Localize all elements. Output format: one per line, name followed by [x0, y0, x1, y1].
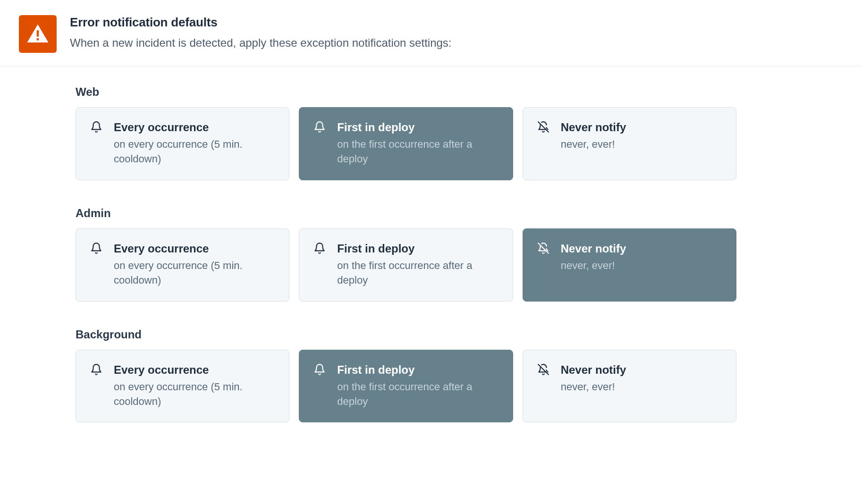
page-root: Error notification defaults When a new i…	[0, 0, 862, 504]
group-label-background: Background	[76, 328, 736, 341]
option-first[interactable]: First in deployon the first occurrence a…	[299, 350, 513, 423]
bell-icon	[313, 241, 327, 254]
option-title: Every occurrence	[114, 120, 276, 134]
option-subtitle: on every occurrence (5 min. cooldown)	[114, 380, 276, 409]
bell-off-icon	[536, 362, 550, 376]
option-subtitle: on every occurrence (5 min. cooldown)	[114, 137, 276, 167]
option-title: Never notify	[561, 241, 626, 256]
group-label-web: Web	[76, 85, 736, 99]
notification-group-admin: AdminEvery occurrenceon every occurrence…	[76, 207, 736, 302]
bell-icon	[313, 362, 327, 376]
settings-content: WebEvery occurrenceon every occurrence (…	[0, 67, 736, 422]
option-row: Every occurrenceon every occurrence (5 m…	[76, 350, 736, 423]
option-first[interactable]: First in deployon the first occurrence a…	[299, 107, 513, 180]
alert-triangle-badge	[19, 15, 57, 53]
option-text: First in deployon the first occurrence a…	[337, 241, 499, 288]
bell-off-icon	[536, 120, 550, 133]
option-subtitle: never, ever!	[561, 380, 626, 395]
option-title: First in deploy	[337, 120, 499, 134]
option-first[interactable]: First in deployon the first occurrence a…	[299, 228, 513, 302]
option-title: Every occurrence	[114, 241, 276, 256]
option-every[interactable]: Every occurrenceon every occurrence (5 m…	[76, 107, 289, 180]
group-label-admin: Admin	[76, 207, 736, 220]
notification-group-web: WebEvery occurrenceon every occurrence (…	[76, 85, 736, 180]
option-subtitle: on the first occurrence after a deploy	[337, 259, 499, 288]
option-text: Never notifynever, ever!	[561, 362, 626, 395]
settings-header: Error notification defaults When a new i…	[0, 0, 862, 67]
option-never[interactable]: Never notifynever, ever!	[523, 350, 736, 423]
option-text: First in deployon the first occurrence a…	[337, 362, 499, 409]
option-title: First in deploy	[337, 241, 499, 256]
option-subtitle: on the first occurrence after a deploy	[337, 380, 499, 409]
option-text: First in deployon the first occurrence a…	[337, 120, 499, 167]
bell-icon	[89, 241, 103, 254]
option-text: Never notifynever, ever!	[561, 120, 626, 152]
option-subtitle: on the first occurrence after a deploy	[337, 137, 499, 167]
option-row: Every occurrenceon every occurrence (5 m…	[76, 107, 736, 180]
bell-icon	[89, 120, 103, 133]
option-title: Never notify	[561, 362, 626, 377]
option-text: Every occurrenceon every occurrence (5 m…	[114, 241, 276, 288]
option-every[interactable]: Every occurrenceon every occurrence (5 m…	[76, 350, 289, 423]
option-title: Never notify	[561, 120, 626, 134]
option-never[interactable]: Never notifynever, ever!	[523, 228, 736, 302]
option-title: First in deploy	[337, 362, 499, 377]
option-text: Every occurrenceon every occurrence (5 m…	[114, 120, 276, 167]
option-subtitle: on every occurrence (5 min. cooldown)	[114, 259, 276, 288]
bell-off-icon	[536, 241, 550, 254]
bell-icon	[89, 362, 103, 376]
option-subtitle: never, ever!	[561, 259, 626, 273]
header-text: Error notification defaults When a new i…	[70, 15, 452, 50]
bell-icon	[313, 120, 327, 133]
page-title: Error notification defaults	[70, 15, 452, 30]
option-title: Every occurrence	[114, 362, 276, 377]
option-every[interactable]: Every occurrenceon every occurrence (5 m…	[76, 228, 289, 302]
option-never[interactable]: Never notifynever, ever!	[523, 107, 736, 180]
notification-group-background: BackgroundEvery occurrenceon every occur…	[76, 328, 736, 423]
page-subtitle: When a new incident is detected, apply t…	[70, 36, 452, 50]
option-subtitle: never, ever!	[561, 137, 626, 152]
option-row: Every occurrenceon every occurrence (5 m…	[76, 228, 736, 302]
alert-triangle-icon	[25, 21, 51, 47]
option-text: Never notifynever, ever!	[561, 241, 626, 273]
option-text: Every occurrenceon every occurrence (5 m…	[114, 362, 276, 409]
